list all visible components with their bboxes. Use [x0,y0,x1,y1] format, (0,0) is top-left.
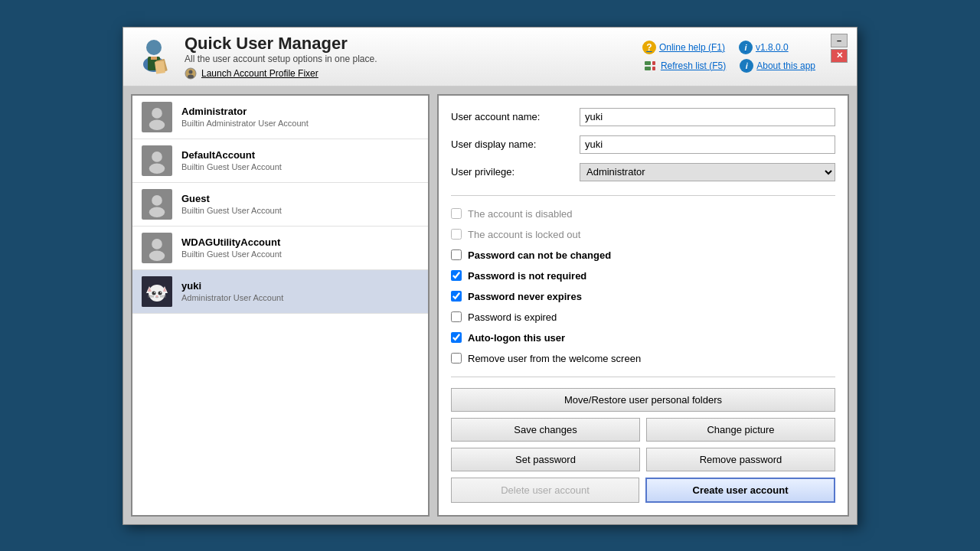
version-info-icon: i [739,41,753,54]
buttons-row-2: Set password Remove password [451,448,835,471]
svg-point-18 [149,163,165,174]
launch-fixer-label: Launch Account Profile Fixer [201,68,318,79]
remove-password-button[interactable]: Remove password [646,448,835,471]
avatar-administrator [142,102,172,132]
user-info-administrator: Administrator Builtin Administrator User… [181,106,309,129]
account-disabled-checkbox[interactable] [451,208,462,219]
svg-point-20 [152,195,162,206]
display-name-row: User display name: [451,135,835,154]
password-expired-label: Password is expired [468,311,557,323]
svg-point-17 [152,152,162,162]
auto-logon-label: Auto-logon this user [468,332,565,344]
close-button[interactable]: ✕ [831,49,848,63]
checkbox-locked-row: The account is locked out [451,229,835,240]
main-area: Administrator Builtin Administrator User… [123,86,857,524]
checkbox-disabled-row: The account is disabled [451,208,835,220]
svg-point-33 [154,292,155,293]
online-help-link[interactable]: ? Online help (F1) [642,41,725,54]
user-sub-yuki: Administrator User Account [181,293,283,302]
checkbox-not-required-row: Password is not required [451,270,835,282]
account-locked-checkbox[interactable] [451,229,462,240]
privilege-select[interactable]: Administrator Standard User Guest [580,163,835,181]
app-title: Quick User Manager [185,34,633,54]
minimize-button[interactable]: – [831,34,848,47]
svg-rect-10 [645,67,651,70]
user-name-guest: Guest [181,193,282,204]
svg-point-0 [146,40,162,55]
password-never-expires-label: Password never expires [468,291,582,302]
password-not-required-label: Password is not required [468,270,586,282]
svg-point-31 [152,291,156,295]
user-item-guest[interactable]: Guest Builtin Guest User Account [132,183,428,227]
move-restore-button[interactable]: Move/Restore user personal folders [451,388,835,412]
divider-2 [451,377,835,377]
save-changes-button[interactable]: Save changes [451,418,640,442]
svg-point-24 [149,250,165,261]
create-account-button[interactable]: Create user account [645,478,835,503]
divider-1 [451,195,835,196]
password-no-change-checkbox[interactable] [451,249,462,260]
password-not-required-checkbox[interactable] [451,270,462,281]
privilege-label: User privilege: [451,166,573,178]
buttons-row-3: Delete user account Create user account [451,478,835,503]
account-disabled-label: The account is disabled [468,208,573,220]
avatar-guest [142,189,172,220]
buttons-row-1: Save changes Change picture [451,418,835,442]
user-detail-panel: User account name: User display name: Us… [437,94,849,517]
svg-rect-9 [645,61,651,65]
user-item-wdagutilityaccount[interactable]: WDAGUtilityAccount Builtin Guest User Ac… [132,227,428,270]
launch-fixer-button[interactable]: Launch Account Profile Fixer [185,67,633,80]
svg-point-21 [149,207,165,217]
password-no-change-label: Password can not be changed [468,249,611,261]
account-name-row: User account name: [451,108,835,126]
display-name-input[interactable] [580,135,835,154]
svg-rect-5 [155,60,165,74]
user-name-yuki: yuki [181,280,283,292]
remove-welcome-checkbox[interactable] [451,353,462,364]
remove-welcome-label: Remove user from the welcome screen [468,353,641,364]
user-name-wdagutility: WDAGUtilityAccount [181,236,282,248]
checkbox-remove-welcome-row: Remove user from the welcome screen [451,353,835,364]
password-expired-checkbox[interactable] [451,311,462,322]
about-link[interactable]: i About this app [740,59,815,73]
app-logo [132,35,175,78]
online-help-label: Online help (F1) [659,42,725,53]
refresh-link[interactable]: Refresh list (F5) [642,59,726,73]
svg-rect-3 [151,57,157,60]
account-locked-label: The account is locked out [468,229,580,240]
fixer-icon [185,67,197,80]
about-label: About this app [756,60,815,71]
about-info-icon: i [740,59,753,73]
avatar-defaultaccount [142,145,172,176]
delete-account-button[interactable]: Delete user account [451,478,639,503]
main-window: Quick User Manager All the user account … [122,27,858,525]
svg-point-7 [189,70,193,73]
user-sub-defaultaccount: Builtin Guest User Account [181,162,282,171]
change-picture-button[interactable]: Change picture [646,418,835,442]
user-item-yuki[interactable]: yuki Administrator User Account [132,270,428,314]
user-info-guest: Guest Builtin Guest User Account [181,193,282,216]
svg-point-35 [156,295,158,297]
account-name-input[interactable] [580,108,835,126]
user-sub-administrator: Builtin Administrator User Account [181,119,309,128]
auto-logon-checkbox[interactable] [451,332,462,343]
title-bar: Quick User Manager All the user account … [123,28,857,86]
avatar-wdagutility [142,233,172,263]
avatar-yuki [142,276,172,307]
top-links-row: ? Online help (F1) i v1.8.0.0 [642,41,789,54]
help-icon: ? [642,41,656,54]
set-password-button[interactable]: Set password [451,448,640,471]
app-subtitle: All the user account setup options in on… [185,54,633,64]
password-never-expires-checkbox[interactable] [451,291,462,302]
app-title-area: Quick User Manager All the user account … [185,34,633,80]
user-info-defaultaccount: DefaultAccount Builtin Guest User Accoun… [181,149,282,172]
checkbox-expired-row: Password is expired [451,311,835,323]
svg-point-15 [149,119,165,130]
privilege-row: User privilege: Administrator Standard U… [451,163,835,181]
user-item-defaultaccount[interactable]: DefaultAccount Builtin Guest User Accoun… [132,139,428,183]
svg-rect-12 [652,67,655,70]
version-link[interactable]: i v1.8.0.0 [739,41,789,54]
checkbox-autologon-row: Auto-logon this user [451,332,835,344]
user-item-administrator[interactable]: Administrator Builtin Administrator User… [132,96,428,139]
refresh-label: Refresh list (F5) [661,60,726,71]
